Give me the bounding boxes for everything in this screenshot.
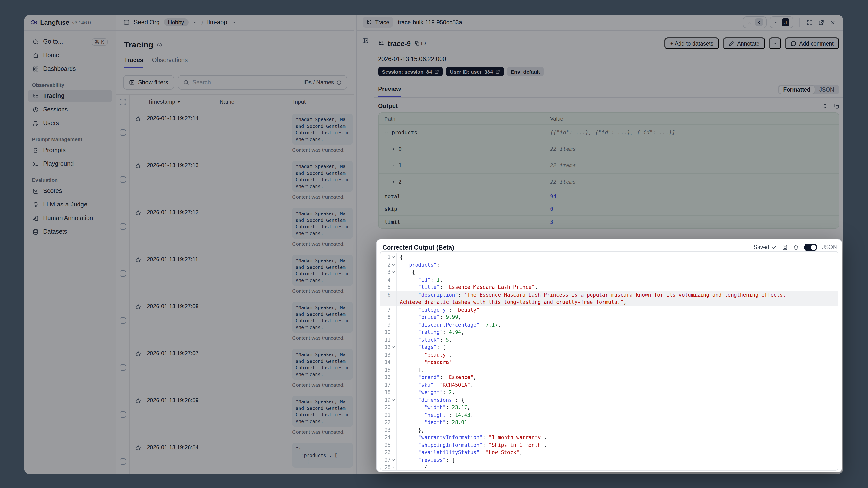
add-to-datasets-button[interactable]: + Add to datasets	[664, 37, 719, 50]
fold-icon[interactable]	[391, 458, 396, 462]
sidebar-item-human-annotation[interactable]: Human Annotation	[28, 212, 112, 224]
row-checkbox[interactable]	[120, 223, 126, 230]
code-line-16[interactable]: 16 "brand": "Essence",	[380, 374, 838, 381]
delete-icon[interactable]	[793, 244, 799, 250]
code-line-10[interactable]: 10 "rating": 4.94,	[380, 329, 838, 336]
fold-icon[interactable]	[391, 255, 396, 260]
tab-observations[interactable]: Observations	[152, 57, 188, 68]
add-comment-button[interactable]: Add comment	[785, 37, 839, 50]
code-line-26[interactable]: 26 "availabilityStatus": "Low Stock",	[380, 449, 838, 456]
expand-button[interactable]	[804, 17, 815, 28]
sidebar-logo[interactable]: Langfuse v3.146.0	[24, 14, 116, 31]
nav-up-button[interactable]: K	[743, 17, 767, 28]
code-line-4[interactable]: 4 "id": 1,	[380, 276, 838, 283]
close-button[interactable]	[827, 17, 838, 28]
code-line-18[interactable]: 18 "weight": 2,	[380, 389, 838, 396]
code-line-28[interactable]: 28 {	[380, 464, 838, 470]
view-json-option[interactable]: JSON	[815, 86, 838, 94]
row-checkbox[interactable]	[120, 176, 126, 182]
show-filters-button[interactable]: Show filters	[123, 75, 174, 90]
output-row-2[interactable]: 222 items	[378, 174, 839, 190]
project-name[interactable]: llm-app	[207, 19, 227, 26]
save-version-icon[interactable]	[782, 244, 788, 250]
code-line-9[interactable]: 9 "discountPercentage": 7.17,	[380, 321, 838, 329]
tab-traces[interactable]: Traces	[124, 57, 143, 68]
star-icon[interactable]	[135, 162, 142, 169]
sidebar-item-scores[interactable]: Scores	[28, 185, 112, 197]
code-line-19[interactable]: 19 "dimensions": {	[380, 396, 838, 404]
star-icon[interactable]	[135, 209, 142, 216]
table-row[interactable]: 2026-01-13 19:27:14"Madam Speaker, Maand…	[116, 109, 354, 156]
star-icon[interactable]	[135, 303, 142, 310]
collapse-tree-icon[interactable]	[362, 37, 369, 44]
row-checkbox[interactable]	[120, 270, 126, 276]
json-toggle[interactable]	[804, 244, 817, 251]
star-icon[interactable]	[135, 350, 142, 357]
code-line-22[interactable]: 22 "depth": 28.01	[380, 419, 838, 426]
json-editor[interactable]: 1{2 "products": [3 {4 "id": 1,5 "title":…	[380, 251, 838, 470]
sidebar-item-playground[interactable]: Playground	[28, 157, 112, 170]
code-line-27[interactable]: 27 "reviews": [	[380, 456, 838, 464]
view-formatted-option[interactable]: Formatted	[779, 86, 815, 94]
copy-id-button[interactable]: ID	[414, 41, 426, 46]
output-row-0[interactable]: 022 items	[378, 141, 839, 157]
table-row[interactable]: 2026-01-13 19:27:13"Madam Speaker, Maand…	[116, 156, 354, 203]
code-line-6[interactable]: 6 "description": "The Essence Mascara La…	[380, 291, 838, 299]
sidebar-item-tracing[interactable]: Tracing	[28, 90, 112, 102]
row-checkbox[interactable]	[120, 411, 126, 418]
sidebar-item-dashboards[interactable]: Dashboards	[28, 62, 112, 75]
table-row[interactable]: 2026-01-13 19:27:11"Madam Speaker, Maand…	[116, 250, 354, 297]
column-name[interactable]: Name	[220, 99, 234, 105]
row-checkbox[interactable]	[120, 129, 126, 135]
open-in-new-button[interactable]	[815, 17, 827, 28]
code-line-5[interactable]: 5 "title": "Essence Mascara Lash Prince"…	[380, 283, 838, 291]
code-line-8[interactable]: 8 "price": 9.99,	[380, 313, 838, 321]
column-timestamp[interactable]: Timestamp▼	[148, 99, 181, 105]
code-line-17[interactable]: 17 "sku": "RCH45Q1A",	[380, 381, 838, 389]
page-info-icon[interactable]	[157, 42, 163, 48]
star-icon[interactable]	[135, 115, 142, 122]
fold-icon[interactable]	[391, 263, 396, 267]
fold-icon[interactable]	[391, 345, 396, 349]
code-line-6-wrap[interactable]: Achieve dramatic lashes with this long-l…	[380, 299, 838, 306]
sidebar-item-datasets[interactable]: Datasets	[28, 225, 112, 238]
table-row[interactable]: 2026-01-13 19:27:07"Madam Speaker, Maand…	[116, 344, 354, 391]
table-row[interactable]: 2026-01-13 19:26:59"Madam Speaker, Maand…	[116, 391, 354, 438]
star-icon[interactable]	[135, 397, 142, 404]
row-checkbox[interactable]	[120, 317, 126, 324]
project-switcher-chevron-icon[interactable]	[231, 20, 236, 25]
column-input[interactable]: Input	[293, 99, 306, 105]
fold-icon[interactable]	[391, 465, 396, 470]
nav-down-button[interactable]: J	[770, 17, 794, 28]
sidebar-item-llm-as-a-judge[interactable]: LLM-as-a-Judge	[28, 198, 112, 211]
sidebar-item-users[interactable]: Users	[28, 117, 112, 129]
code-line-21[interactable]: 21 "height": 14.43,	[380, 411, 838, 419]
sidebar-item-go-to-[interactable]: Go to...⌘ K	[28, 35, 112, 48]
code-line-14[interactable]: 14 "mascara"	[380, 359, 838, 366]
annotate-button[interactable]: Annotate	[723, 37, 765, 50]
table-row[interactable]: 2026-01-13 19:27:12"Madam Speaker, Maand…	[116, 203, 354, 250]
table-row[interactable]: 2026-01-13 19:27:08"Madam Speaker, Maand…	[116, 297, 354, 344]
select-all-checkbox[interactable]	[120, 99, 126, 105]
code-line-11[interactable]: 11 "stock": 5,	[380, 336, 838, 343]
row-checkbox[interactable]	[120, 364, 126, 370]
row-checkbox[interactable]	[120, 458, 126, 464]
sidebar-toggle-icon[interactable]	[123, 19, 130, 26]
code-line-24[interactable]: 24 "warrantyInformation": "1 month warra…	[380, 434, 838, 441]
code-line-23[interactable]: 23 },	[380, 426, 838, 434]
search-mode[interactable]: IDs / Names	[303, 80, 342, 85]
search-input[interactable]: Search... IDs / Names	[178, 75, 347, 90]
output-row-products[interactable]: products[{"id": ...}, {"id": ...}, {"id"…	[378, 125, 839, 141]
code-line-20[interactable]: 20 "width": 23.17,	[380, 404, 838, 411]
org-name[interactable]: Seed Org	[134, 19, 160, 26]
code-line-2[interactable]: 2 "products": [	[380, 261, 838, 269]
code-line-25[interactable]: 25 "shippingInformation": "Ships in 1 mo…	[380, 441, 838, 449]
output-row-1[interactable]: 122 items	[378, 157, 839, 174]
table-row[interactable]: 2026-01-13 19:26:54"{ "products": [ {	[116, 438, 354, 475]
code-line-12[interactable]: 12 "tags": [	[380, 343, 838, 351]
sidebar-item-sessions[interactable]: Sessions	[28, 103, 112, 116]
code-line-1[interactable]: 1{	[380, 253, 838, 261]
annotate-menu-button[interactable]	[769, 37, 781, 50]
user-badge[interactable]: User ID: user_384	[446, 67, 504, 76]
copy-output-icon[interactable]	[834, 103, 839, 109]
